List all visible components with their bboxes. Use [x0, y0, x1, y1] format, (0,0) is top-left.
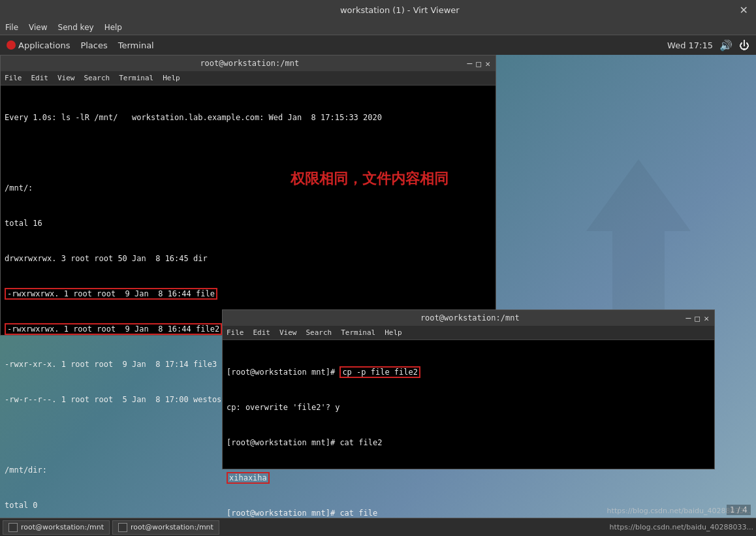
term2-titlebar: root@workstation:/mnt ─ □ ✕ — [223, 310, 714, 326]
taskbar-item-2[interactable]: root@workstation:/mnt — [112, 520, 219, 535]
term1-menubar: File Edit View Search Terminal Help — [1, 71, 496, 86]
term2-line-overwrite: cp: overwrite 'file2'? y — [227, 402, 710, 413]
term1-menu-view[interactable]: View — [57, 74, 75, 82]
taskbar-term-icon-2 — [118, 523, 127, 532]
term1-line-header: Every 1.0s: ls -lR /mnt/ workstation.lab… — [5, 112, 492, 123]
term1-close[interactable]: ✕ — [485, 59, 490, 69]
term1-titlebar: root@workstation:/mnt ─ □ ✕ — [1, 55, 496, 71]
power-icon[interactable]: ⏻ — [739, 39, 749, 52]
virt-viewer-titlebar: workstation (1) - Virt Viewer ✕ — [0, 0, 756, 20]
close-button[interactable]: ✕ — [740, 4, 748, 16]
applications-button[interactable]: Applications — [7, 40, 70, 50]
term2-menu-help[interactable]: Help — [385, 328, 402, 337]
taskbar: root@workstation:/mnt root@workstation:/… — [0, 518, 756, 536]
terminal-window-2: root@workstation:/mnt ─ □ ✕ File Edit Vi… — [222, 309, 715, 469]
term2-menu-search[interactable]: Search — [306, 328, 332, 337]
term1-menu-search[interactable]: Search — [84, 74, 110, 82]
term1-maximize[interactable]: □ — [476, 59, 481, 69]
system-bar: Applications Places Terminal Wed 17:15 🔊… — [0, 35, 756, 55]
term2-cp-cmd-highlight: cp -p file file2 — [339, 366, 420, 378]
term2-output1-highlight: xihaxiha — [227, 472, 270, 484]
page-indicator: 1 / 4 — [727, 505, 751, 515]
term1-menu-help[interactable]: Help — [163, 74, 180, 82]
volume-icon[interactable]: 🔊 — [719, 39, 732, 52]
term2-line-xihaxiha1: xihaxiha — [227, 472, 710, 484]
term1-line-file: -rwxrwxrwx. 1 root root 9 Jan 8 16:44 fi… — [5, 288, 492, 300]
term2-menu-terminal[interactable]: Terminal — [341, 328, 375, 337]
menu-file[interactable]: File — [5, 23, 18, 32]
taskbar-label-2: root@workstation:/mnt — [131, 523, 213, 531]
term1-line-total: total 16 — [5, 217, 492, 229]
term2-line-cp: [root@workstation mnt]# cp -p file file2 — [227, 366, 710, 378]
term1-line-dir: drwxrwxrwx. 3 root root 50 Jan 8 16:45 d… — [5, 253, 492, 264]
term2-close[interactable]: ✕ — [704, 313, 709, 323]
term2-menu-view[interactable]: View — [279, 328, 297, 337]
term1-file-highlight: -rwxrwxrwx. 1 root root 9 Jan 8 16:44 fi… — [5, 288, 217, 300]
taskbar-term-icon-1 — [8, 523, 18, 532]
term2-line-catfile2: [root@workstation mnt]# cat file2 — [227, 437, 710, 449]
watermark-text: https://blog.csdn.net/baidu_40288033... — [610, 523, 753, 531]
menu-sendkey[interactable]: Send key — [58, 23, 94, 32]
places-button[interactable]: Places — [80, 40, 107, 50]
term2-menu-file[interactable]: File — [227, 328, 244, 337]
window-title: workstation (1) - Virt Viewer — [60, 5, 740, 15]
app-menubar: File View Send key Help — [0, 20, 756, 35]
term1-line-blank1 — [5, 147, 492, 159]
taskbar-watermark: https://blog.csdn.net/baidu_40288033... — [610, 523, 753, 531]
terminal-window-1: root@workstation:/mnt ─ □ ✕ File Edit Vi… — [0, 55, 496, 336]
annotation-text: 权限相同，文件内容相同 — [291, 169, 449, 189]
term1-menu-file[interactable]: File — [5, 74, 22, 82]
term1-title: root@workstation:/mnt — [32, 59, 467, 68]
terminal-button[interactable]: Terminal — [118, 40, 154, 50]
time-display: Wed 17:15 — [667, 40, 713, 50]
term2-title: root@workstation:/mnt — [254, 313, 686, 323]
svg-marker-0 — [586, 159, 691, 309]
term1-minimize[interactable]: ─ — [467, 59, 473, 69]
main-area: root@workstation:/mnt ─ □ ✕ File Edit Vi… — [0, 55, 756, 536]
applications-label: Applications — [18, 40, 70, 50]
term1-menu-terminal[interactable]: Terminal — [119, 74, 153, 82]
term2-menubar: File Edit View Search Terminal Help — [223, 326, 714, 340]
term2-menu-edit[interactable]: Edit — [253, 328, 271, 337]
term2-maximize[interactable]: □ — [695, 313, 700, 323]
term2-minimize[interactable]: ─ — [686, 313, 691, 323]
taskbar-item-1[interactable]: root@workstation:/mnt — [3, 520, 110, 535]
taskbar-label-1: root@workstation:/mnt — [21, 523, 104, 531]
menu-help[interactable]: Help — [104, 23, 122, 32]
term1-menu-edit[interactable]: Edit — [31, 74, 49, 82]
term1-file2-highlight: -rwxrwxrwx. 1 root root 9 Jan 8 16:44 fi… — [5, 323, 222, 335]
menu-view[interactable]: View — [29, 23, 47, 32]
redhat-icon — [7, 40, 16, 50]
